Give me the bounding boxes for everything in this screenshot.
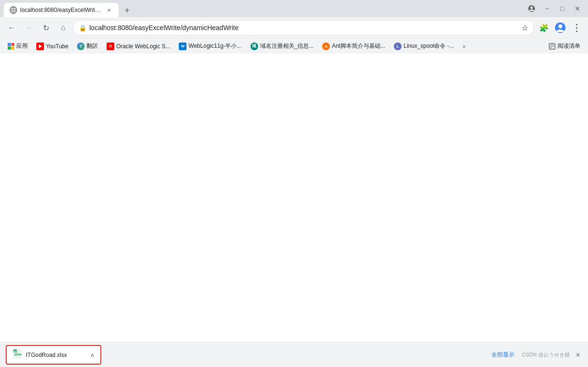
oracle-favicon: O [107, 43, 114, 50]
refresh-button[interactable]: ↻ [38, 20, 54, 35]
window-controls: − □ ✕ [525, 2, 584, 15]
tab-title: localhost:8080/easyExcelWrite/d... [20, 7, 102, 13]
reading-list-label: 阅读清单 [557, 42, 580, 50]
bookmark-domain[interactable]: 域 域名注册相关_信息... [247, 40, 318, 52]
maximize-button[interactable]: □ [555, 2, 569, 15]
ant-label: Ant脚本简介与基础... [332, 42, 385, 50]
home-button[interactable]: ⌂ [55, 20, 71, 35]
bookmark-youtube[interactable]: YouTube [33, 41, 72, 52]
watermark-text: CSDN @おうせき槙 [522, 351, 570, 358]
svg-text:X: X [14, 350, 16, 353]
bookmarks-bar: 应用 YouTube T 翻訳 O Oracle WebLogic S... W… [0, 38, 588, 54]
bookmark-apps[interactable]: 应用 [4, 40, 32, 52]
show-all-button[interactable]: 全部显示 [488, 349, 518, 361]
page-content [0, 54, 588, 342]
svg-point-4 [531, 7, 533, 9]
tab-favicon [10, 6, 17, 14]
nav-bar: ← → ↻ ⌂ 🔒 ☆ 🧩 ⋮ [0, 17, 588, 38]
apps-label: 应用 [16, 42, 28, 50]
domain-favicon: 域 [250, 43, 258, 50]
linux-favicon: L [394, 43, 402, 50]
profile-button[interactable] [553, 20, 568, 35]
address-bar[interactable]: 🔒 ☆ [73, 20, 534, 35]
bookmark-translate[interactable]: T 翻訳 [73, 40, 102, 52]
youtube-label: YouTube [46, 43, 68, 50]
bookmarks-more-button[interactable]: » [460, 41, 469, 52]
active-tab[interactable]: localhost:8080/easyExcelWrite/d... ✕ [4, 3, 119, 17]
extensions-button[interactable]: 🧩 [536, 20, 552, 35]
profile-icon[interactable] [525, 2, 538, 15]
svg-point-6 [558, 24, 562, 28]
new-tab-button[interactable]: + [120, 4, 134, 17]
reading-list-button[interactable]: 阅读清单 [545, 40, 584, 52]
download-bar-right: 全部显示 CSDN @おうせき槙 ✕ [488, 349, 582, 361]
download-expand-button[interactable]: ∧ [90, 352, 95, 358]
ant-favicon: A [322, 43, 330, 50]
back-button[interactable]: ← [4, 20, 19, 35]
youtube-favicon [36, 43, 44, 50]
lock-icon: 🔒 [79, 24, 87, 32]
excel-file-icon: xlsx X [12, 349, 22, 361]
translate-label: 翻訳 [87, 42, 98, 50]
browser-window: localhost:8080/easyExcelWrite/d... ✕ + −… [0, 0, 588, 367]
bookmark-oracle[interactable]: O Oracle WebLogic S... [103, 41, 174, 52]
tab-bar: localhost:8080/easyExcelWrite/d... ✕ + [4, 0, 523, 17]
minimize-button[interactable]: − [540, 2, 554, 15]
title-bar: localhost:8080/easyExcelWrite/d... ✕ + −… [0, 0, 588, 17]
weblogic-label: WebLogic11g-半小... [188, 42, 241, 50]
oracle-label: Oracle WebLogic S... [116, 43, 170, 50]
download-bar: xlsx X ITGodRoad.xlsx ∧ 全部显示 CSDN @おうせき槙… [0, 342, 588, 367]
close-button[interactable]: ✕ [571, 2, 584, 15]
bookmark-weblogic[interactable]: W WebLogic11g-半小... [175, 40, 245, 52]
menu-button[interactable]: ⋮ [569, 20, 584, 35]
reading-list-icon [549, 43, 555, 50]
tab-close-button[interactable]: ✕ [105, 6, 113, 14]
forward-button[interactable]: → [21, 20, 36, 35]
star-icon[interactable]: ☆ [522, 23, 528, 32]
weblogic-favicon: W [179, 43, 186, 50]
translate-favicon: T [77, 43, 85, 50]
download-bar-close-button[interactable]: ✕ [574, 350, 582, 360]
download-item: xlsx X ITGodRoad.xlsx ∧ [6, 345, 101, 365]
domain-label: 域名注册相关_信息... [260, 42, 314, 50]
bookmark-ant[interactable]: A Ant脚本简介与基础... [318, 40, 389, 52]
linux-label: Linux_spool命令 -... [403, 42, 454, 50]
download-filename: ITGodRoad.xlsx [26, 352, 87, 358]
bookmark-linux[interactable]: L Linux_spool命令 -... [390, 40, 457, 52]
url-input[interactable] [89, 24, 519, 32]
nav-actions: 🧩 ⋮ [536, 20, 584, 35]
